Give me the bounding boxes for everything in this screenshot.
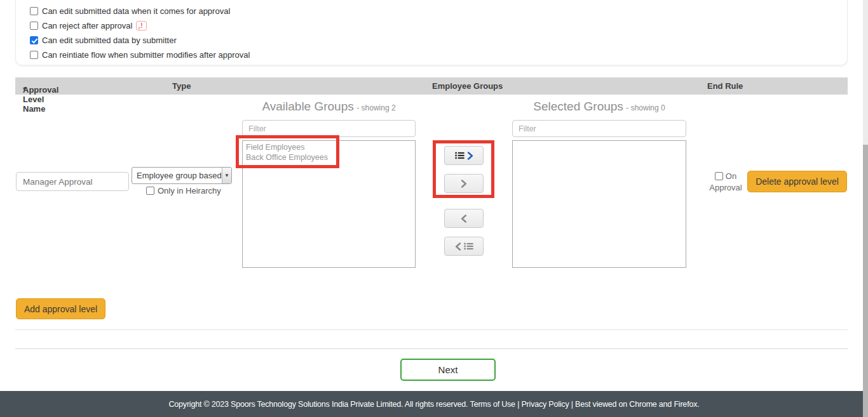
checkbox-edit-on-approval[interactable] xyxy=(30,7,38,15)
permission-row: Can edit submitted data when it comes fo… xyxy=(30,6,250,15)
only-in-hierarchy-checkbox[interactable] xyxy=(146,187,154,195)
selected-groups-count: - showing 0 xyxy=(626,103,665,112)
warning-tooltip-icon: ! xyxy=(136,21,147,30)
checkbox-reject-after-approval[interactable] xyxy=(30,22,38,30)
browser-note: Best viewed on Chrome and Firefox. xyxy=(575,400,699,409)
on-approval-checkbox[interactable] xyxy=(715,172,723,180)
column-header-employee-groups: Employee Groups xyxy=(432,81,503,91)
permissions-card: Can edit submitted data when it comes fo… xyxy=(15,0,848,65)
chevron-left-icon xyxy=(455,242,461,251)
chevron-left-icon xyxy=(461,215,467,223)
selected-groups-title: Selected Groups - showing 0 xyxy=(512,100,686,114)
terms-of-use-link[interactable]: Terms of Use xyxy=(470,400,515,409)
list-icon xyxy=(464,242,473,250)
selected-groups-filter-input[interactable] xyxy=(512,120,686,137)
only-in-hierarchy-label: Only in Heirarchy xyxy=(158,186,221,195)
on-approval-label: On xyxy=(726,171,736,181)
divider xyxy=(15,348,848,349)
approval-grid-header: Approval Level Name* Type Employee Group… xyxy=(15,77,848,95)
approval-level-name-input[interactable] xyxy=(16,172,129,191)
annotation-highlight-available-items xyxy=(236,135,339,168)
approval-type-value: Employee group based xyxy=(132,171,222,180)
on-approval-control: On Approval xyxy=(707,171,745,192)
move-all-left-button[interactable] xyxy=(444,237,484,256)
permission-row: Can edit submitted data by submitter xyxy=(30,36,250,44)
on-approval-label-line2: Approval xyxy=(707,183,745,192)
required-marker: * xyxy=(23,85,26,95)
approval-type-select[interactable]: Employee group based ▼ xyxy=(132,167,232,184)
privacy-policy-link[interactable]: Privacy Policy xyxy=(521,400,569,409)
next-button[interactable]: Next xyxy=(400,359,496,381)
available-groups-title: Available Groups - showing 2 xyxy=(242,100,416,114)
column-header-end-rule: End Rule xyxy=(707,81,743,91)
page-scrollbar-thumb[interactable] xyxy=(863,145,868,417)
permission-label: Can reintiate flow when submitter modifi… xyxy=(42,50,250,60)
footer: Copyright © 2023 Spoors Technology Solut… xyxy=(0,391,868,417)
delete-approval-level-button[interactable]: Delete approval level xyxy=(747,171,847,192)
available-groups-filter-input[interactable] xyxy=(242,120,416,137)
add-approval-level-button[interactable]: Add approval level xyxy=(16,298,105,319)
copyright-text: Copyright © 2023 Spoors Technology Solut… xyxy=(169,400,468,409)
available-groups-count: - showing 2 xyxy=(356,103,395,112)
only-in-hierarchy-row: Only in Heirarchy xyxy=(146,186,221,195)
divider xyxy=(15,329,848,330)
annotation-highlight-move-buttons xyxy=(433,140,494,198)
permission-row: Can reject after approval ! xyxy=(30,21,250,30)
page-scrollbar-track[interactable] xyxy=(863,0,868,417)
permissions-list: Can edit submitted data when it comes fo… xyxy=(30,6,250,65)
permission-label: Can edit submitted data by submitter xyxy=(42,36,177,45)
permission-label: Can reject after approval xyxy=(42,21,132,30)
checkbox-reinitiate-flow[interactable] xyxy=(30,51,38,59)
permission-label: Can edit submitted data when it comes fo… xyxy=(42,6,230,16)
selected-groups-listbox[interactable] xyxy=(512,140,686,268)
move-selected-left-button[interactable] xyxy=(444,209,484,228)
chevron-down-icon[interactable]: ▼ xyxy=(222,168,231,183)
checkbox-edit-by-submitter[interactable] xyxy=(30,36,38,44)
column-header-type: Type xyxy=(172,81,191,91)
permission-row: Can reintiate flow when submitter modifi… xyxy=(30,50,250,59)
